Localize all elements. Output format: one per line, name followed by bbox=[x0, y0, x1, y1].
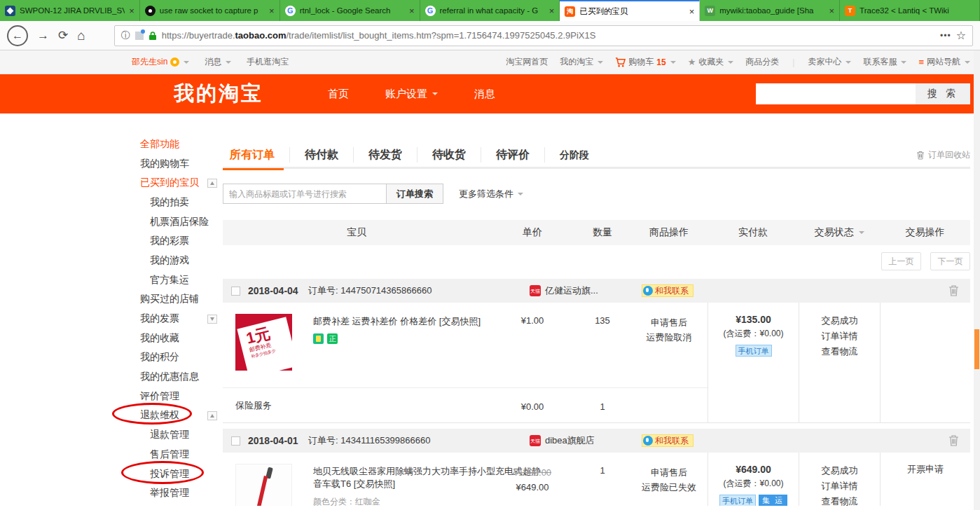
more-filters-link[interactable]: 更多筛选条件 bbox=[459, 188, 523, 200]
shop-link[interactable]: 天猫 亿健运动旗... bbox=[530, 284, 598, 297]
sidebar-item-my-games[interactable]: 我的游戏 bbox=[126, 251, 219, 270]
order-detail-link[interactable]: 订单详情 bbox=[799, 478, 880, 494]
order-search-button[interactable]: 订单搜索 bbox=[387, 184, 443, 204]
sidebar-item-my-cart[interactable]: 我的购物车 bbox=[126, 154, 219, 174]
tab-staged[interactable]: 分阶段 bbox=[544, 147, 604, 163]
sidebar-item-my-favorites[interactable]: 我的收藏 bbox=[126, 329, 219, 348]
sort-caret-icon[interactable] bbox=[859, 231, 864, 234]
order-search-input[interactable] bbox=[223, 184, 387, 204]
sidebar-item-my-lottery[interactable]: 我的彩票 bbox=[126, 231, 219, 251]
url-bar[interactable]: ⓘ https://buyertrade.taobao.com/trade/it… bbox=[114, 25, 973, 46]
collapse-icon[interactable] bbox=[207, 411, 217, 420]
col-trade-status[interactable]: 交易状态 bbox=[799, 226, 880, 239]
tab-taobao-active[interactable]: 淘 已买到的宝贝 × bbox=[560, 0, 700, 21]
topbar-site-nav[interactable]: ≡ 网站导航 bbox=[918, 56, 970, 68]
page-actions-icon[interactable]: ••• bbox=[940, 31, 951, 41]
shipping-insurance-status[interactable]: 运费险取消 bbox=[630, 330, 708, 345]
scrollbar[interactable] bbox=[974, 50, 980, 510]
scrollbar-thumb[interactable] bbox=[974, 329, 979, 369]
item-actions: 申请售后 运费险取消 bbox=[630, 314, 708, 378]
topbar-cart[interactable]: 购物车15 bbox=[615, 56, 675, 68]
sidebar-item-my-auctions[interactable]: 我的拍卖 bbox=[126, 193, 219, 212]
view-logistics-link[interactable]: 查看物流 bbox=[799, 344, 880, 359]
sidebar-item-refund-management[interactable]: 退款管理 bbox=[126, 425, 219, 445]
close-icon[interactable]: × bbox=[689, 6, 695, 17]
order-body: 1元邮费补差补多少拍多少 邮费补差 运费补差价 价格差价 [交易快照] 正 ¥1… bbox=[223, 303, 970, 423]
next-page-button[interactable]: 下一页 bbox=[930, 252, 970, 270]
apply-aftersale-link[interactable]: 申请售后 bbox=[630, 315, 708, 330]
site-info-icon[interactable]: ⓘ bbox=[121, 29, 130, 42]
close-icon[interactable]: × bbox=[549, 6, 555, 16]
order-checkbox[interactable] bbox=[231, 436, 240, 446]
topbar-messages[interactable]: 消息 bbox=[205, 56, 231, 68]
product-image[interactable]: 1元邮费补差补多少拍多少 bbox=[235, 314, 292, 371]
topbar-categories[interactable]: 商品分类 bbox=[745, 56, 779, 68]
delete-order-button[interactable] bbox=[948, 434, 959, 446]
header-nav-home[interactable]: 首页 bbox=[328, 88, 349, 101]
topbar-user[interactable]: 邵先生sin bbox=[132, 56, 189, 68]
order-item-row: 地贝无线吸尘器家用除螨强力大功率手持小型充电式超静音车载T6 [交易快照] 颜色… bbox=[223, 453, 708, 506]
close-icon[interactable]: × bbox=[129, 6, 134, 16]
topbar-favorites[interactable]: ★ 收藏夹 bbox=[688, 56, 734, 68]
reader-icon[interactable] bbox=[135, 32, 144, 40]
topbar-customer-service[interactable]: 联系客服 bbox=[863, 56, 906, 68]
service-title[interactable]: 保险服务 bbox=[223, 399, 490, 412]
reload-icon[interactable]: ⟳ bbox=[58, 28, 68, 43]
collapse-icon[interactable] bbox=[207, 179, 217, 188]
sidebar-item-flight-hotel-insurance[interactable]: 机票酒店保险 bbox=[126, 212, 219, 232]
tab-awaiting-review[interactable]: 待评价 bbox=[481, 147, 544, 163]
header-search-button[interactable]: 搜 索 bbox=[916, 83, 970, 104]
tab-mywiki[interactable]: W mywiki:taobao_guide [Sha × bbox=[700, 0, 840, 21]
username[interactable]: 邵先生sin bbox=[132, 56, 167, 68]
tab-awaiting-shipment[interactable]: 待发货 bbox=[353, 147, 417, 163]
sidebar-item-my-coupons[interactable]: 我的优惠信息 bbox=[126, 367, 219, 387]
sidebar-item-shops-bought-from[interactable]: 购买过的店铺 bbox=[126, 290, 219, 310]
tab-github[interactable]: use raw socket to capture p × bbox=[140, 0, 280, 21]
topbar-taobao-home[interactable]: 淘宝网首页 bbox=[506, 56, 548, 68]
sidebar-item-official-shipping[interactable]: 官方集运 bbox=[126, 270, 219, 290]
prev-page-button[interactable]: 上一页 bbox=[881, 252, 921, 270]
close-icon[interactable]: × bbox=[269, 6, 275, 16]
tab-awaiting-receipt[interactable]: 待收货 bbox=[417, 147, 481, 163]
topbar-seller-center[interactable]: 卖家中心 bbox=[808, 56, 851, 68]
sidebar-item-my-invoices[interactable]: 我的发票 bbox=[126, 309, 219, 329]
close-icon[interactable]: × bbox=[409, 6, 415, 16]
paid-amount-cell: ¥135.00 (含运费：¥0.00) 手机订单 bbox=[708, 303, 799, 422]
order-recycle-bin[interactable]: 订单回收站 bbox=[916, 149, 970, 161]
tab-twiki[interactable]: T Trace32 < Lantiq < TWiki bbox=[840, 0, 980, 21]
contact-seller-badge[interactable]: 和我联系 bbox=[642, 434, 693, 447]
apply-aftersale-link[interactable]: 申请售后 bbox=[630, 465, 708, 480]
tab-jira[interactable]: SWPON-12 JIRA DRVLIB_SV × bbox=[0, 0, 140, 21]
header-nav-account[interactable]: 账户设置 bbox=[385, 88, 438, 101]
contact-seller-badge[interactable]: 和我联系 bbox=[642, 284, 693, 297]
sidebar-item-my-points[interactable]: 我的积分 bbox=[126, 348, 219, 368]
order-checkbox[interactable] bbox=[231, 287, 240, 296]
header-nav-messages[interactable]: 消息 bbox=[474, 88, 495, 101]
header-search-input[interactable] bbox=[756, 83, 916, 104]
topbar-mobile-taobao[interactable]: 手机逛淘宝 bbox=[247, 56, 289, 68]
delete-order-button[interactable] bbox=[948, 284, 959, 296]
sidebar-item-all-functions[interactable]: 全部功能 bbox=[126, 135, 219, 154]
tab-all-orders[interactable]: 所有订单 bbox=[223, 147, 289, 163]
site-logo[interactable]: 我的淘宝 bbox=[174, 80, 263, 108]
tab-google-search-1[interactable]: G rtnl_lock - Google Search × bbox=[280, 0, 420, 21]
expand-icon[interactable] bbox=[207, 315, 217, 324]
home-icon[interactable]: ⌂ bbox=[77, 28, 85, 43]
close-icon[interactable]: × bbox=[829, 6, 834, 16]
sidebar-item-report-management[interactable]: 举报管理 bbox=[126, 483, 219, 503]
order-detail-link[interactable]: 订单详情 bbox=[799, 329, 880, 344]
view-logistics-link[interactable]: 查看物流 bbox=[799, 494, 880, 506]
google-icon: G bbox=[425, 6, 436, 16]
back-icon[interactable]: ← bbox=[7, 25, 28, 46]
shop-link[interactable]: 天猫 dibea旗舰店 bbox=[530, 434, 595, 447]
topbar-my-taobao[interactable]: 我的淘宝 bbox=[560, 56, 603, 68]
sidebar-item-bought-items[interactable]: 已买到的宝贝 bbox=[126, 173, 219, 193]
shipping-insurance-status[interactable]: 运费险已失效 bbox=[630, 480, 708, 495]
tab-google-search-2[interactable]: G referral in what capacity - G × bbox=[420, 0, 560, 21]
forward-icon[interactable]: → bbox=[37, 29, 49, 43]
bookmark-star-icon[interactable]: ☆ bbox=[956, 29, 966, 42]
invoice-request-link[interactable]: 开票申请 bbox=[881, 463, 970, 476]
tab-awaiting-payment[interactable]: 待付款 bbox=[289, 147, 353, 163]
product-image[interactable] bbox=[235, 464, 292, 506]
order-date: 2018-04-01 bbox=[248, 435, 298, 446]
